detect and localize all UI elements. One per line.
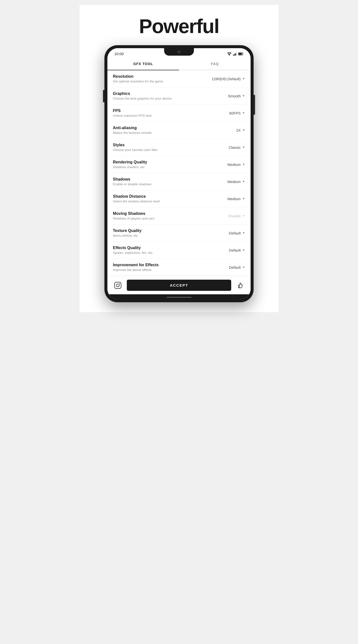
setting-desc-effects-quality: Sparks, explosions, fire, etc. <box>113 251 229 254</box>
setting-label-moving-shadows: Moving Shadows <box>113 211 228 216</box>
setting-label-rendering-quality: Rendering Quality <box>113 160 227 164</box>
dropdown-arrow-shadow-distance: ▼ <box>242 197 245 200</box>
setting-row-fps[interactable]: FPS Unlock maximum FPS limit 60FPS ▼ <box>107 104 251 122</box>
setting-desc-rendering-quality: Shadows,shaders, etc <box>113 165 227 169</box>
dropdown-arrow-anti-aliasing: ▼ <box>242 128 245 132</box>
setting-row-shadow-distance[interactable]: Shadow Distance Select the shadow distan… <box>107 190 251 208</box>
svg-rect-4 <box>236 52 237 56</box>
setting-desc-anti-aliasing: Makes the textures smooth <box>113 131 236 134</box>
svg-point-9 <box>119 283 120 284</box>
setting-row-styles[interactable]: Styles Choose your favorite color filter… <box>107 139 251 156</box>
setting-label-improvement-effects: Improvement for Effects <box>113 263 229 267</box>
setting-value-anti-aliasing[interactable]: 2X ▼ <box>236 128 245 132</box>
wifi-icon <box>227 52 232 56</box>
setting-info-rendering-quality: Rendering Quality Shadows,shaders, etc <box>113 160 227 169</box>
dropdown-arrow-improvement-effects: ▼ <box>242 266 245 269</box>
setting-desc-texture-quality: Items,vehicle, etc <box>113 234 229 238</box>
svg-point-8 <box>116 284 119 287</box>
phone-shell: 10:00 <box>104 45 254 302</box>
setting-value-shadows[interactable]: Medium ▼ <box>227 180 245 184</box>
setting-label-anti-aliasing: Anti-aliasing <box>113 126 236 130</box>
svg-rect-3 <box>235 53 236 56</box>
setting-info-moving-shadows: Moving Shadows Shadows of players and ca… <box>113 211 228 220</box>
setting-desc-moving-shadows: Shadows of players and cars <box>113 216 228 220</box>
dropdown-arrow-resolution: ▼ <box>242 77 245 80</box>
setting-label-styles: Styles <box>113 143 229 147</box>
setting-info-fps: FPS Unlock maximum FPS limit <box>113 108 229 118</box>
setting-info-shadows: Shadows Enable or disable shadows <box>113 177 227 186</box>
setting-label-shadow-distance: Shadow Distance <box>113 194 227 199</box>
setting-info-shadow-distance: Shadow Distance Select the shadow distan… <box>113 194 227 203</box>
phone-notch <box>164 48 194 56</box>
setting-info-anti-aliasing: Anti-aliasing Makes the textures smooth <box>113 126 236 134</box>
tab-bar: GFX TOOL FAQ <box>107 58 251 70</box>
setting-row-anti-aliasing[interactable]: Anti-aliasing Makes the textures smooth … <box>107 122 251 139</box>
bottom-bar: ACCEPT <box>107 276 251 294</box>
phone-inner: 10:00 <box>107 48 251 299</box>
page-headline: Powerful <box>139 5 219 45</box>
home-indicator <box>107 294 251 299</box>
setting-desc-fps: Unlock maximum FPS limit <box>113 114 229 118</box>
setting-row-texture-quality[interactable]: Texture Quality Items,vehicle, etc Defau… <box>107 224 251 242</box>
page-wrapper: Powerful 10:00 <box>80 5 278 312</box>
battery-icon <box>238 52 244 56</box>
tab-gfx-tool[interactable]: GFX TOOL <box>107 58 179 70</box>
setting-info-texture-quality: Texture Quality Items,vehicle, etc <box>113 228 229 238</box>
dropdown-arrow-shadows: ▼ <box>242 180 245 183</box>
svg-rect-2 <box>234 54 235 56</box>
settings-list: Resolution Set optimal resolution for th… <box>107 70 251 276</box>
dropdown-arrow-effects-quality: ▼ <box>242 248 245 252</box>
thumbsup-icon-button[interactable] <box>235 280 245 290</box>
setting-row-shadows[interactable]: Shadows Enable or disable shadows Medium… <box>107 173 251 190</box>
dropdown-arrow-styles: ▼ <box>242 146 245 149</box>
setting-desc-graphics: Choose the best graphics for your device <box>113 96 228 100</box>
setting-row-moving-shadows[interactable]: Moving Shadows Shadows of players and ca… <box>107 208 251 224</box>
setting-desc-shadow-distance: Select the shadow distance level <box>113 200 227 203</box>
setting-info-styles: Styles Choose your favorite color filter <box>113 143 229 152</box>
setting-label-texture-quality: Texture Quality <box>113 228 229 233</box>
setting-value-moving-shadows: Disable ▼ <box>228 214 245 218</box>
home-bar <box>167 297 191 298</box>
setting-label-resolution: Resolution <box>113 74 212 79</box>
setting-info-graphics: Graphics Choose the best graphics for yo… <box>113 92 228 100</box>
setting-value-improvement-effects[interactable]: Default ▼ <box>229 265 245 270</box>
setting-desc-shadows: Enable or disable shadows <box>113 182 227 186</box>
setting-label-shadows: Shadows <box>113 177 227 182</box>
setting-row-effects-quality[interactable]: Effects Quality Sparks, explosions, fire… <box>107 242 251 259</box>
setting-info-effects-quality: Effects Quality Sparks, explosions, fire… <box>113 246 229 254</box>
setting-info-resolution: Resolution Set optimal resolution for th… <box>113 74 212 83</box>
setting-label-fps: FPS <box>113 108 229 113</box>
dropdown-arrow-rendering-quality: ▼ <box>242 163 245 166</box>
setting-desc-resolution: Set optimal resolution for the game <box>113 80 212 83</box>
status-time: 10:00 <box>114 52 124 56</box>
setting-row-resolution[interactable]: Resolution Set optimal resolution for th… <box>107 70 251 88</box>
setting-value-rendering-quality[interactable]: Medium ▼ <box>227 162 245 167</box>
setting-value-effects-quality[interactable]: Default ▼ <box>229 248 245 252</box>
setting-row-rendering-quality[interactable]: Rendering Quality Shadows,shaders, etc M… <box>107 156 251 173</box>
setting-value-fps[interactable]: 60FPS ▼ <box>229 111 245 115</box>
tab-faq[interactable]: FAQ <box>179 58 251 70</box>
setting-row-graphics[interactable]: Graphics Choose the best graphics for yo… <box>107 88 251 104</box>
camera-dot <box>178 50 180 54</box>
signal-icon <box>233 52 237 56</box>
setting-value-shadow-distance[interactable]: Medium ▼ <box>227 197 245 201</box>
setting-desc-improvement-effects: Improves the above effects <box>113 268 229 272</box>
setting-value-texture-quality[interactable]: Default ▼ <box>229 231 245 235</box>
status-icons <box>227 52 244 56</box>
svg-rect-6 <box>239 53 242 55</box>
setting-row-improvement-effects[interactable]: Improvement for Effects Improves the abo… <box>107 259 251 276</box>
dropdown-arrow-texture-quality: ▼ <box>242 231 245 235</box>
setting-label-graphics: Graphics <box>113 92 228 96</box>
setting-value-styles[interactable]: Classic ▼ <box>229 145 245 150</box>
setting-value-graphics[interactable]: Smooth ▼ <box>228 94 245 98</box>
instagram-icon <box>114 282 122 289</box>
thumbsup-icon <box>236 282 244 289</box>
dropdown-arrow-moving-shadows: ▼ <box>242 214 245 218</box>
setting-value-resolution[interactable]: 1280(HD,Default) ▼ <box>212 77 245 81</box>
accept-button[interactable]: ACCEPT <box>127 280 231 291</box>
setting-desc-styles: Choose your favorite color filter <box>113 148 229 152</box>
svg-point-0 <box>229 55 230 56</box>
instagram-icon-button[interactable] <box>113 280 123 290</box>
dropdown-arrow-fps: ▼ <box>242 111 245 115</box>
setting-label-effects-quality: Effects Quality <box>113 246 229 250</box>
